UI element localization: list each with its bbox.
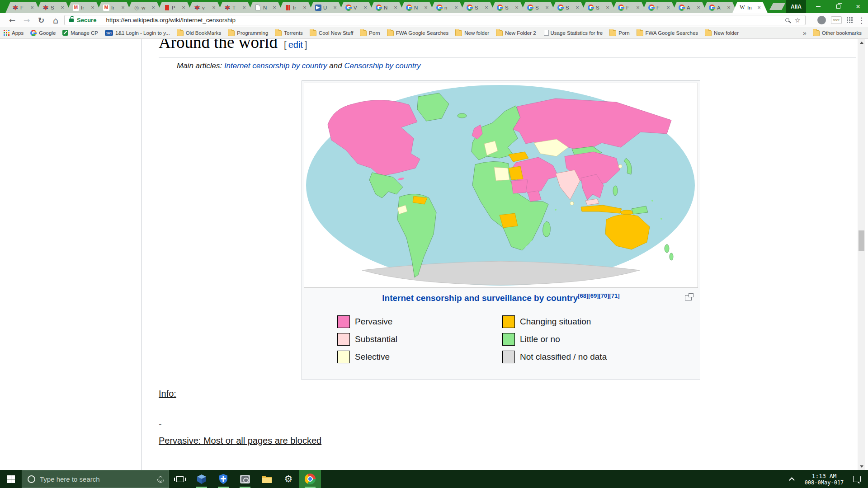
browser-tab[interactable]: N [399, 2, 434, 13]
browser-tab[interactable]: U [308, 2, 344, 13]
bookmark-item[interactable]: Porn [609, 29, 629, 36]
browser-tab[interactable]: N [369, 2, 404, 13]
tab-close-icon[interactable] [181, 4, 186, 11]
browser-tab[interactable]: S [460, 2, 495, 13]
bookmark-item[interactable]: Google [30, 30, 56, 36]
figure-caption-link[interactable]: Internet censorship and surveillance by … [382, 293, 578, 303]
close-button[interactable] [848, 0, 868, 13]
taskbar-file-explorer[interactable] [256, 470, 278, 488]
font-extension-icon[interactable]: font [831, 16, 842, 24]
browser-tab[interactable]: n [429, 2, 465, 13]
browser-tab[interactable]: S [490, 2, 525, 13]
browser-tab[interactable]: Ir [96, 2, 132, 13]
browser-tab[interactable]: Ir [66, 2, 101, 13]
browser-tab[interactable]: S [520, 2, 556, 13]
avatar-extension-icon[interactable] [817, 16, 826, 24]
enlarge-icon[interactable] [685, 295, 692, 300]
browser-tab[interactable]: v [187, 2, 222, 13]
bookmark-item[interactable]: FWA Google Searches [637, 29, 698, 36]
taskbar-settings[interactable]: ⚙ [278, 470, 299, 488]
taskbar-app-security[interactable] [212, 470, 234, 488]
tab-close-icon[interactable] [90, 4, 95, 11]
tab-close-icon[interactable] [696, 4, 701, 11]
tab-close-icon[interactable] [635, 4, 641, 11]
tab-close-icon[interactable] [332, 4, 338, 11]
other-bookmarks[interactable]: Other bookmarks [813, 29, 862, 36]
back-button[interactable] [6, 14, 18, 26]
new-tab-button[interactable] [769, 3, 785, 10]
bookmark-item[interactable]: 1&1 Login - Login to y... [105, 30, 170, 36]
edit-link[interactable]: edit [288, 40, 303, 50]
forward-button[interactable] [21, 14, 33, 26]
tab-close-icon[interactable] [272, 4, 277, 11]
browser-menu-icon[interactable] [858, 16, 865, 25]
browser-tab[interactable]: F [642, 2, 677, 13]
tab-close-icon[interactable] [453, 4, 459, 11]
bookmarks-overflow-icon[interactable]: » [803, 29, 807, 37]
browser-tab[interactable]: S [36, 2, 71, 13]
taskbar-clock[interactable]: 1:13 AM 008-0May-017 [801, 473, 848, 486]
tab-close-icon[interactable] [241, 4, 247, 11]
bookmark-item[interactable]: Usage Statistics for fre [543, 30, 603, 36]
figure-caption-refs[interactable]: [68][69][70][71] [578, 292, 619, 299]
bookmark-item[interactable]: Porn [360, 29, 380, 36]
browser-tab[interactable]: In [732, 2, 768, 13]
maximize-button[interactable] [828, 0, 848, 13]
browser-tab[interactable]: N [248, 2, 283, 13]
tab-close-icon[interactable] [151, 4, 156, 11]
world-map-image[interactable] [304, 83, 698, 287]
scrollbar-thumb[interactable] [859, 230, 864, 251]
tab-close-icon[interactable] [363, 4, 368, 11]
tab-close-icon[interactable] [756, 4, 762, 11]
bookmark-item[interactable]: Torrents [275, 29, 303, 36]
hatnote-link-2[interactable]: Censorship by country [344, 61, 420, 70]
tab-close-icon[interactable] [423, 4, 429, 11]
hatnote-link-1[interactable]: Internet censorship by country [224, 61, 327, 70]
tab-close-icon[interactable] [302, 4, 307, 11]
browser-tab[interactable]: S [551, 2, 586, 13]
action-center-button[interactable] [848, 470, 866, 488]
reload-button[interactable] [35, 14, 47, 26]
home-button[interactable] [50, 14, 61, 26]
bookmark-item[interactable]: Manage CP [62, 30, 98, 36]
tab-close-icon[interactable] [726, 4, 731, 11]
browser-tab[interactable]: A [672, 2, 707, 13]
task-view-button[interactable] [169, 470, 191, 488]
browser-tab[interactable]: F [611, 2, 646, 13]
bookmark-item[interactable]: FWA Google Searches [387, 29, 449, 36]
browser-tab[interactable]: w [127, 2, 162, 13]
tab-close-icon[interactable] [29, 4, 35, 11]
secure-lock-icon[interactable] [69, 19, 74, 22]
bookmark-item[interactable]: Cool New Stuff [310, 29, 354, 36]
browser-tab[interactable]: T [217, 2, 253, 13]
tab-close-icon[interactable] [120, 4, 126, 11]
taskbar-app-snip-tool[interactable] [234, 470, 256, 488]
tab-close-icon[interactable] [393, 4, 398, 11]
start-button[interactable] [0, 470, 22, 488]
bookmark-star-icon[interactable] [795, 16, 801, 24]
browser-tab[interactable]: S [581, 2, 616, 13]
extension-grid-icon[interactable] [847, 17, 853, 23]
scroll-up-icon[interactable] [858, 39, 865, 46]
scroll-down-icon[interactable] [858, 463, 865, 470]
browser-tab[interactable]: P [157, 2, 192, 13]
show-desktop-button[interactable] [866, 470, 868, 488]
bookmark-item[interactable]: Apps [4, 30, 24, 36]
taskbar-chrome[interactable] [299, 470, 321, 488]
page-scrollbar[interactable] [858, 39, 865, 470]
tab-close-icon[interactable] [605, 4, 610, 11]
tab-close-icon[interactable] [575, 4, 580, 11]
address-bar[interactable]: Secure https://en.wikipedia.org/wiki/Int… [64, 15, 806, 25]
browser-tab[interactable]: F [5, 2, 41, 13]
zoom-icon[interactable] [785, 18, 789, 22]
tab-close-icon[interactable] [211, 4, 217, 11]
bookmark-item[interactable]: Programming [228, 29, 268, 36]
browser-tab[interactable]: V [339, 2, 374, 13]
bookmark-item[interactable]: New Folder 2 [496, 29, 536, 36]
microphone-icon[interactable] [159, 476, 162, 482]
bookmark-item[interactable]: New folder [705, 29, 739, 36]
tab-close-icon[interactable] [544, 4, 550, 11]
profile-badge[interactable]: AllA [786, 0, 806, 13]
taskbar-app-3d-viewer[interactable] [191, 470, 212, 488]
taskbar-search-box[interactable]: Type here to search [22, 470, 169, 488]
